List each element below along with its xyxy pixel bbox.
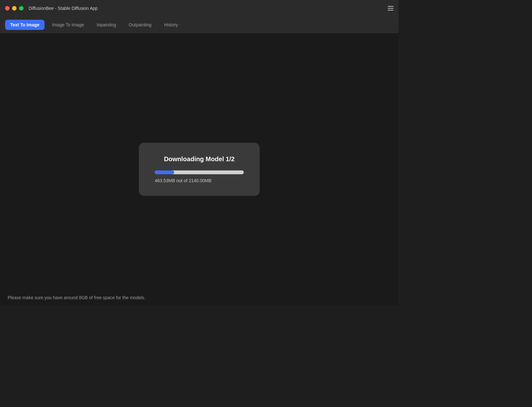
progress-bar-fill [155,170,174,174]
tab-history[interactable]: History [159,20,183,30]
navbar: Text To Image Image To Image Inpainting … [0,17,399,33]
tab-inpainting[interactable]: Inpainting [92,20,121,30]
progress-bar-track [155,170,244,174]
status-message: Please make sure you have around 8GB of … [8,295,145,300]
minimize-button[interactable] [12,6,17,10]
titlebar: DiffusionBee - Stable Diffusion App [0,0,399,17]
download-title: Downloading Model 1/2 [164,155,235,163]
progress-container: 463.53MB out of 2140.00MB [155,170,244,183]
maximize-button[interactable] [19,6,24,10]
progress-text: 463.53MB out of 2140.00MB [155,178,244,183]
tab-outpainting[interactable]: Outpainting [124,20,157,30]
menu-icon[interactable] [388,6,393,10]
status-bar: Please make sure you have around 8GB of … [0,290,399,305]
main-content: Downloading Model 1/2 463.53MB out of 21… [0,33,399,305]
close-button[interactable] [5,6,10,10]
traffic-lights [5,6,24,10]
tab-image-to-image[interactable]: Image To Image [47,20,89,30]
tab-text-to-image[interactable]: Text To Image [5,20,44,30]
app-title: DiffusionBee - Stable Diffusion App [29,6,98,11]
download-modal: Downloading Model 1/2 463.53MB out of 21… [139,143,260,196]
